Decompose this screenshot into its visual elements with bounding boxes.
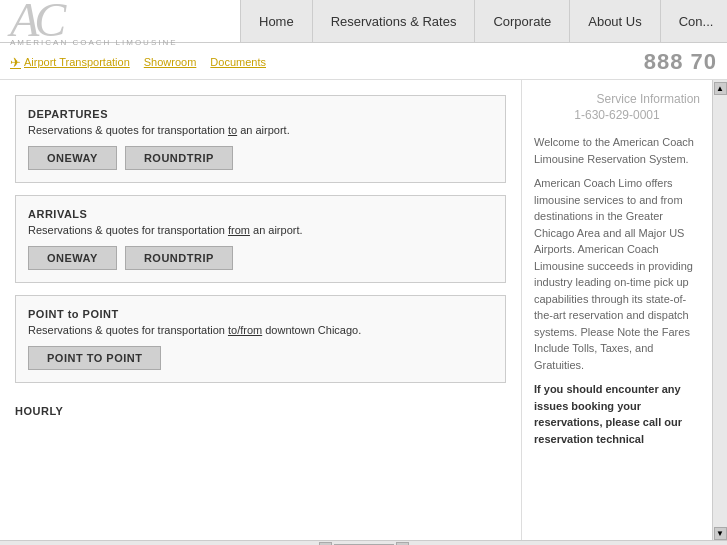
airport-transportation-link[interactable]: ✈ Airport Transportation bbox=[10, 55, 130, 70]
service-phone: 1-630-629-0001 bbox=[534, 108, 700, 122]
sidebar-description: American Coach Limo offers limousine ser… bbox=[534, 175, 700, 373]
arrivals-section: ARRIVALS Reservations & quotes for trans… bbox=[15, 195, 506, 283]
sidebar-body: Welcome to the American Coach Limousine … bbox=[534, 134, 700, 447]
showroom-link[interactable]: Showroom bbox=[144, 56, 197, 68]
secondary-bar: ✈ Airport Transportation Showroom Docume… bbox=[0, 43, 727, 80]
point-to-point-desc: Reservations & quotes for transportation… bbox=[28, 324, 493, 336]
departures-desc: Reservations & quotes for transportation… bbox=[28, 124, 493, 136]
nav-items: Home Reservations & Rates Corporate Abou… bbox=[240, 0, 727, 42]
arrivals-roundtrip-button[interactable]: ROUNDTRIP bbox=[125, 246, 233, 270]
nav-about[interactable]: About Us bbox=[569, 0, 660, 42]
sidebar-issue-bold: If you should encounter any issues booki… bbox=[534, 383, 682, 445]
secondary-links: ✈ Airport Transportation Showroom Docume… bbox=[10, 55, 266, 70]
nav-reservations[interactable]: Reservations & Rates bbox=[312, 0, 476, 42]
point-to-point-section: POINT to POINT Reservations & quotes for… bbox=[15, 295, 506, 383]
service-info-title: Service Information bbox=[534, 92, 700, 106]
scroll-up-button[interactable]: ▲ bbox=[714, 82, 727, 95]
point-to-point-button[interactable]: POINT TO POINT bbox=[28, 346, 161, 370]
departures-buttons: ONEWAY ROUNDTRIP bbox=[28, 146, 493, 170]
departures-roundtrip-button[interactable]: ROUNDTRIP bbox=[125, 146, 233, 170]
departures-section: DEPARTURES Reservations & quotes for tra… bbox=[15, 95, 506, 183]
nav-bar: AC AMERICAN COACH LIMOUSINE Home Reserva… bbox=[0, 0, 727, 43]
scroll-down-button[interactable]: ▼ bbox=[714, 527, 727, 540]
point-to-point-title: POINT to POINT bbox=[28, 308, 493, 320]
main-layout: DEPARTURES Reservations & quotes for tra… bbox=[0, 80, 727, 540]
arrivals-buttons: ONEWAY ROUNDTRIP bbox=[28, 246, 493, 270]
plane-icon: ✈ bbox=[10, 55, 21, 70]
sidebar-welcome: Welcome to the American Coach Limousine … bbox=[534, 134, 700, 167]
hourly-section: HOURLY bbox=[15, 395, 506, 421]
arrivals-desc: Reservations & quotes for transportation… bbox=[28, 224, 493, 236]
documents-link[interactable]: Documents bbox=[210, 56, 266, 68]
bottom-scrollbar[interactable]: ◄ ► bbox=[0, 540, 727, 545]
departures-oneway-button[interactable]: ONEWAY bbox=[28, 146, 117, 170]
arrivals-title: ARRIVALS bbox=[28, 208, 493, 220]
departures-title: DEPARTURES bbox=[28, 108, 493, 120]
hourly-title: HOURLY bbox=[15, 405, 506, 417]
nav-contact[interactable]: Con... bbox=[660, 0, 727, 42]
arrivals-oneway-button[interactable]: ONEWAY bbox=[28, 246, 117, 270]
scrollbar[interactable]: ▲ ▼ bbox=[712, 80, 727, 540]
nav-corporate[interactable]: Corporate bbox=[474, 0, 570, 42]
company-name: AMERICAN COACH LIMOUSINE bbox=[10, 38, 178, 47]
logo-area: AC AMERICAN COACH LIMOUSINE bbox=[0, 0, 240, 42]
point-to-point-buttons: POINT TO POINT bbox=[28, 346, 493, 370]
phone-number: 888 70 bbox=[644, 49, 717, 75]
nav-home[interactable]: Home bbox=[240, 0, 313, 42]
left-content: DEPARTURES Reservations & quotes for tra… bbox=[0, 80, 522, 540]
sidebar-issue: If you should encounter any issues booki… bbox=[534, 381, 700, 447]
right-sidebar: Service Information 1-630-629-0001 Welco… bbox=[522, 80, 712, 540]
